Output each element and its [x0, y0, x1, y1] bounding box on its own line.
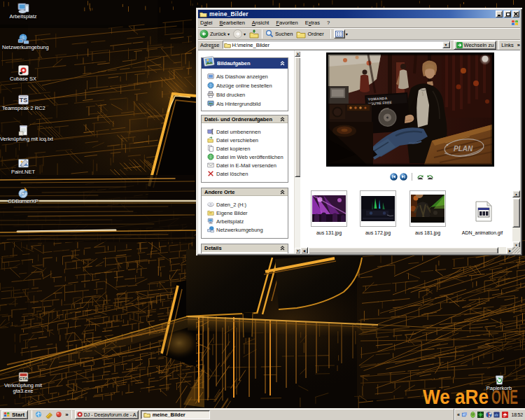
svg-text:TS: TS [19, 97, 27, 104]
svg-text:GTA: GTA [19, 377, 28, 381]
